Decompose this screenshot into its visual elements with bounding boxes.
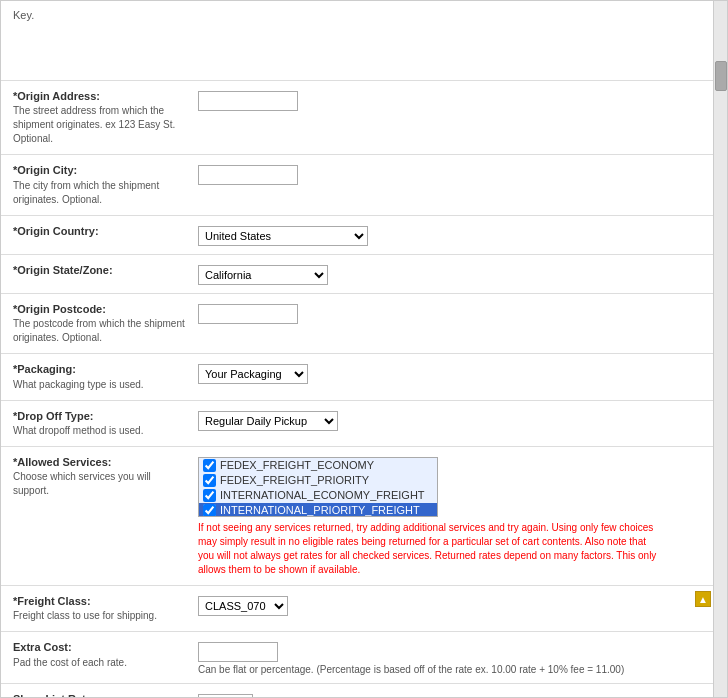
extra-cost-control: Can be flat or percentage. (Percentage i… bbox=[198, 640, 703, 675]
service-checkbox-priority[interactable] bbox=[203, 474, 216, 487]
dropoff-type-control: Regular Daily Pickup bbox=[198, 409, 703, 431]
top-fade-area: Key. bbox=[1, 1, 715, 81]
allowed-services-label: *Allowed Services: Choose which services… bbox=[13, 455, 198, 498]
origin-address-row: *Origin Address: The street address from… bbox=[1, 81, 715, 155]
origin-state-control: California bbox=[198, 263, 703, 285]
origin-country-label: *Origin Country: bbox=[13, 224, 198, 239]
extra-cost-input[interactable] bbox=[198, 642, 278, 662]
scrollbar[interactable] bbox=[713, 1, 727, 697]
packaging-row: *Packaging: What packaging type is used.… bbox=[1, 354, 715, 400]
show-list-rates-select[interactable]: No Yes bbox=[198, 694, 253, 698]
dropoff-type-row: *Drop Off Type: What dropoff method is u… bbox=[1, 401, 715, 447]
scroll-to-top-icon[interactable]: ▲ bbox=[695, 591, 711, 607]
service-label-economy: FEDEX_FREIGHT_ECONOMY bbox=[220, 459, 374, 471]
origin-state-row: *Origin State/Zone: California bbox=[1, 255, 715, 294]
show-list-rates-label: Show List Rates: If yes, show List rates… bbox=[13, 692, 198, 698]
freight-class-label: *Freight Class: Freight class to use for… bbox=[13, 594, 198, 623]
origin-address-input[interactable] bbox=[198, 91, 298, 111]
origin-city-label: *Origin City: The city from which the sh… bbox=[13, 163, 198, 206]
service-checkbox-intl-economy[interactable] bbox=[203, 489, 216, 502]
service-item-intl-priority[interactable]: INTERNATIONAL_PRIORITY_FREIGHT bbox=[199, 503, 437, 517]
origin-address-control bbox=[198, 89, 703, 111]
dropoff-type-select[interactable]: Regular Daily Pickup bbox=[198, 411, 338, 431]
services-listbox[interactable]: FEDEX_FREIGHT_ECONOMY FEDEX_FREIGHT_PRIO… bbox=[198, 457, 438, 517]
extra-cost-row: Extra Cost: Pad the cost of each rate. C… bbox=[1, 632, 715, 684]
service-item-intl-economy[interactable]: INTERNATIONAL_ECONOMY_FREIGHT bbox=[199, 488, 437, 503]
origin-country-select[interactable]: United States bbox=[198, 226, 368, 246]
packaging-label: *Packaging: What packaging type is used. bbox=[13, 362, 198, 391]
origin-state-select[interactable]: California bbox=[198, 265, 328, 285]
origin-country-control: United States bbox=[198, 224, 703, 246]
dropoff-type-label: *Drop Off Type: What dropoff method is u… bbox=[13, 409, 198, 438]
freight-class-row: *Freight Class: Freight class to use for… bbox=[1, 586, 715, 632]
origin-postcode-input[interactable] bbox=[198, 304, 298, 324]
extra-cost-hint: Can be flat or percentage. (Percentage i… bbox=[198, 664, 624, 675]
extra-cost-label: Extra Cost: Pad the cost of each rate. bbox=[13, 640, 198, 669]
show-list-rates-row: Show List Rates: If yes, show List rates… bbox=[1, 684, 715, 698]
allowed-services-row: *Allowed Services: Choose which services… bbox=[1, 447, 715, 586]
origin-postcode-control bbox=[198, 302, 703, 324]
show-list-rates-control: No Yes bbox=[198, 692, 703, 698]
origin-address-label: *Origin Address: The street address from… bbox=[13, 89, 198, 146]
service-item-priority[interactable]: FEDEX_FREIGHT_PRIORITY bbox=[199, 473, 437, 488]
service-label-intl-economy: INTERNATIONAL_ECONOMY_FREIGHT bbox=[220, 489, 425, 501]
services-warning: If not seeing any services returned, try… bbox=[198, 521, 658, 577]
freight-class-select[interactable]: CLASS_070 bbox=[198, 596, 288, 616]
service-item-economy[interactable]: FEDEX_FREIGHT_ECONOMY bbox=[199, 458, 437, 473]
service-label-intl-priority: INTERNATIONAL_PRIORITY_FREIGHT bbox=[220, 504, 420, 516]
service-checkbox-intl-priority[interactable] bbox=[203, 504, 216, 517]
service-checkbox-economy[interactable] bbox=[203, 459, 216, 472]
freight-class-control: CLASS_070 bbox=[198, 594, 703, 616]
origin-city-row: *Origin City: The city from which the sh… bbox=[1, 155, 715, 215]
origin-postcode-label: *Origin Postcode: The postcode from whic… bbox=[13, 302, 198, 345]
origin-postcode-row: *Origin Postcode: The postcode from whic… bbox=[1, 294, 715, 354]
origin-city-control bbox=[198, 163, 703, 185]
scrollbar-thumb[interactable] bbox=[715, 61, 727, 91]
allowed-services-control: FEDEX_FREIGHT_ECONOMY FEDEX_FREIGHT_PRIO… bbox=[198, 455, 703, 577]
origin-city-input[interactable] bbox=[198, 165, 298, 185]
packaging-select[interactable]: Your Packaging bbox=[198, 364, 308, 384]
origin-country-row: *Origin Country: United States bbox=[1, 216, 715, 255]
service-label-priority: FEDEX_FREIGHT_PRIORITY bbox=[220, 474, 369, 486]
origin-state-label: *Origin State/Zone: bbox=[13, 263, 198, 278]
packaging-control: Your Packaging bbox=[198, 362, 703, 384]
top-text: Key. bbox=[13, 9, 34, 21]
